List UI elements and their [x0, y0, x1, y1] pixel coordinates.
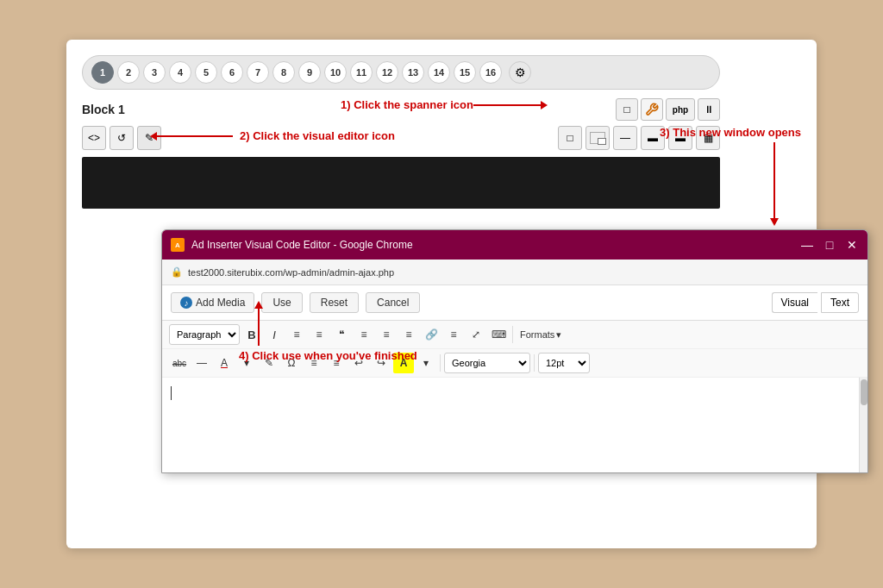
toolbar-separator-1 — [512, 326, 513, 343]
tab-2[interactable]: 2 — [117, 61, 140, 84]
annotation-visual-text: 2) Click the visual editor icon — [240, 129, 395, 142]
visual-arrow — [155, 135, 233, 137]
use-arrow — [239, 307, 417, 346]
font-size-select[interactable]: 12pt — [538, 353, 590, 373]
annotation-new-window-text: 3) This new window opens — [660, 126, 801, 139]
tab-7[interactable]: 7 — [247, 61, 269, 84]
block-title: Block 1 — [82, 103, 125, 116]
font-family-select[interactable]: Georgia — [444, 353, 530, 373]
chrome-title: Ad Inserter Visual Code Editor - Google … — [191, 239, 800, 251]
chrome-close-icon[interactable]: ✕ — [845, 238, 859, 252]
tab-11[interactable]: 11 — [350, 61, 373, 84]
scrollbar[interactable] — [859, 378, 867, 472]
block-header: Block 1 1) Click the spanner icon □ php … — [82, 98, 720, 121]
visual-text-toggle: Visual Text — [772, 292, 859, 313]
tab-9[interactable]: 9 — [298, 61, 321, 84]
chrome-titlebar: A Ad Inserter Visual Code Editor - Googl… — [162, 230, 867, 260]
new-window-arrow — [660, 142, 801, 220]
keyboard-button[interactable]: ⌨ — [488, 324, 509, 345]
annotation-spanner-text: 1) Click the spanner icon — [341, 98, 473, 111]
settings-gear-icon[interactable]: ⚙ — [509, 61, 531, 84]
tab-8[interactable]: 8 — [272, 61, 295, 84]
php-button[interactable]: php — [666, 98, 695, 121]
code-area — [82, 157, 720, 209]
tab-3[interactable]: 3 — [143, 61, 166, 84]
tab-4[interactable]: 4 — [169, 61, 191, 84]
favicon-letter: A — [175, 241, 180, 249]
chrome-controls: — □ ✕ — [800, 238, 859, 252]
annotation-visual: 2) Click the visual editor icon — [155, 129, 395, 142]
chrome-addressbar: 🔒 test2000.siterubix.com/wp-admin/admin-… — [162, 260, 867, 285]
tab-16[interactable]: 16 — [479, 61, 502, 84]
block-icon-3[interactable]: — — [613, 126, 637, 150]
tab-13[interactable]: 13 — [402, 61, 424, 84]
lock-icon: 🔒 — [171, 266, 183, 278]
block-icon-2[interactable] — [586, 126, 610, 150]
scrollbar-thumb[interactable] — [861, 379, 867, 405]
add-media-label: Add Media — [196, 297, 245, 309]
annotation-new-window: 3) This new window opens — [660, 126, 801, 220]
tab-1[interactable]: 1 — [91, 61, 114, 84]
editor-text-area[interactable] — [162, 378, 867, 472]
font-color-button[interactable]: A — [214, 353, 235, 373]
chrome-maximize-icon[interactable]: □ — [823, 238, 836, 252]
formats-label: Formats — [520, 329, 554, 340]
spanner-arrow — [473, 104, 542, 106]
address-url[interactable]: test2000.siterubix.com/wp-admin/admin-aj… — [188, 267, 859, 278]
tab-12[interactable]: 12 — [376, 61, 398, 84]
annotation-spanner: 1) Click the spanner icon — [341, 98, 546, 111]
code-editor-icon[interactable]: <> — [82, 126, 106, 150]
paragraph-select[interactable]: Paragraph — [169, 324, 240, 345]
tab-10[interactable]: 10 — [324, 61, 347, 84]
visual-mode-button[interactable]: Visual — [772, 292, 817, 313]
annotation-use-text: 4) Click use when you've finished — [239, 349, 417, 362]
chrome-favicon: A — [171, 238, 185, 252]
link-button[interactable]: 🔗 — [421, 324, 442, 345]
tab-5[interactable]: 5 — [195, 61, 217, 84]
tab-15[interactable]: 15 — [454, 61, 476, 84]
monitor-icon[interactable]: □ — [616, 98, 638, 121]
formats-chevron-icon: ▾ — [556, 329, 561, 341]
tab-bar: 1 2 3 4 5 6 7 8 9 10 11 12 13 14 15 16 ⚙ — [82, 55, 720, 90]
formats-button[interactable]: Formats ▾ — [517, 328, 565, 342]
toolbar-separator-2 — [440, 354, 441, 372]
chrome-minimize-icon[interactable]: — — [800, 238, 814, 252]
strikethrough-button[interactable]: abc — [169, 353, 190, 373]
add-media-icon: ♪ — [180, 297, 192, 309]
annotation-use: 4) Click use when you've finished — [239, 307, 417, 362]
spanner-icon[interactable] — [641, 98, 663, 121]
text-cursor — [171, 386, 172, 400]
hr-button[interactable]: — — [191, 353, 212, 373]
toolbar-separator-3 — [534, 354, 535, 372]
highlight-dropdown[interactable]: ▾ — [416, 353, 436, 373]
unlink-button[interactable]: ≡ — [443, 324, 464, 345]
fullscreen-button[interactable]: ⤢ — [466, 324, 486, 345]
block-header-buttons: □ php ⏸ — [616, 98, 720, 121]
text-mode-button[interactable]: Text — [821, 292, 859, 313]
main-container: 1 2 3 4 5 6 7 8 9 10 11 12 13 14 15 16 ⚙… — [66, 40, 817, 548]
tab-14[interactable]: 14 — [428, 61, 450, 84]
tab-6[interactable]: 6 — [221, 61, 243, 84]
pause-button[interactable]: ⏸ — [698, 98, 720, 121]
refresh-icon[interactable]: ↺ — [110, 126, 134, 150]
editor-icons-row: <> ↺ ✎ 2) Click the visual editor icon □… — [82, 126, 720, 150]
block-icon-1[interactable]: □ — [558, 126, 582, 150]
